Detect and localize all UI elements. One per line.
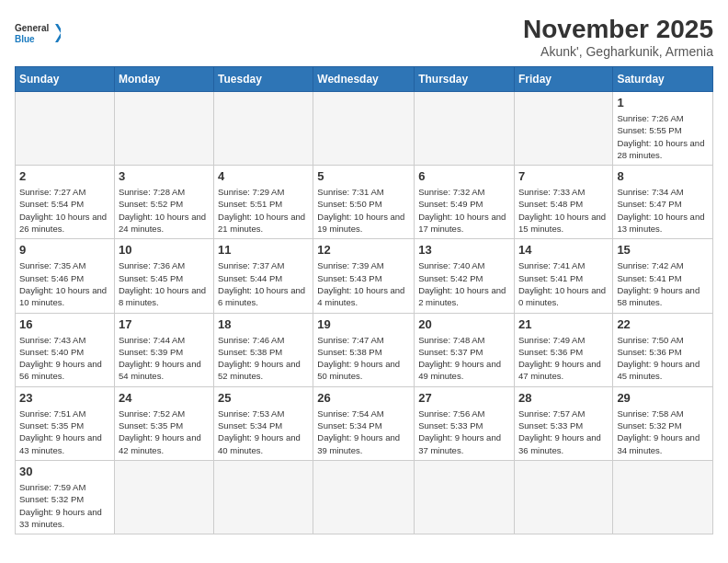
svg-text:Blue: Blue	[15, 34, 35, 44]
day-info: Sunrise: 7:26 AMSunset: 5:55 PMDaylight:…	[617, 112, 709, 161]
day-16: 16 Sunrise: 7:43 AMSunset: 5:40 PMDaylig…	[16, 313, 115, 386]
empty-cell	[415, 460, 515, 534]
day-5: 5 Sunrise: 7:31 AMSunset: 5:50 PMDayligh…	[313, 166, 415, 239]
empty-cell	[514, 92, 612, 166]
header-thursday: Thursday	[415, 67, 515, 92]
day-15: 15 Sunrise: 7:42 AMSunset: 5:41 PMDaylig…	[613, 239, 713, 313]
day-number: 1	[617, 96, 709, 109]
header-friday: Friday	[514, 67, 612, 92]
day-14: 14 Sunrise: 7:41 AMSunset: 5:41 PMDaylig…	[514, 239, 612, 313]
table-row: 1 Sunrise: 7:26 AMSunset: 5:55 PMDayligh…	[16, 92, 713, 166]
page-header: General Blue November 2025 Akunk', Gegha…	[15, 15, 713, 59]
day-7: 7 Sunrise: 7:33 AMSunset: 5:48 PMDayligh…	[514, 166, 612, 239]
day-10: 10 Sunrise: 7:36 AMSunset: 5:45 PMDaylig…	[114, 239, 213, 313]
day-12: 12 Sunrise: 7:39 AMSunset: 5:43 PMDaylig…	[313, 239, 415, 313]
header-saturday: Saturday	[613, 67, 713, 92]
table-row: 23 Sunrise: 7:51 AMSunset: 5:35 PMDaylig…	[16, 386, 713, 460]
svg-marker-2	[55, 24, 61, 42]
day-13: 13 Sunrise: 7:40 AMSunset: 5:42 PMDaylig…	[415, 239, 515, 313]
table-row: 2 Sunrise: 7:27 AMSunset: 5:54 PMDayligh…	[16, 166, 713, 239]
location-title: Akunk', Gegharkunik, Armenia	[523, 44, 713, 59]
day-26: 26 Sunrise: 7:54 AMSunset: 5:34 PMDaylig…	[313, 386, 415, 460]
day-27: 27 Sunrise: 7:56 AMSunset: 5:33 PMDaylig…	[415, 386, 515, 460]
header-tuesday: Tuesday	[214, 67, 313, 92]
day-6: 6 Sunrise: 7:32 AMSunset: 5:49 PMDayligh…	[415, 166, 515, 239]
table-row: 30 Sunrise: 7:59 AMSunset: 5:32 PMDaylig…	[16, 460, 713, 534]
calendar-table: Sunday Monday Tuesday Wednesday Thursday…	[15, 66, 713, 534]
empty-cell	[114, 460, 213, 534]
weekday-header-row: Sunday Monday Tuesday Wednesday Thursday…	[16, 67, 713, 92]
title-area: November 2025 Akunk', Gegharkunik, Armen…	[523, 15, 713, 59]
header-sunday: Sunday	[16, 67, 115, 92]
table-row: 9 Sunrise: 7:35 AMSunset: 5:46 PMDayligh…	[16, 239, 713, 313]
day-20: 20 Sunrise: 7:48 AMSunset: 5:37 PMDaylig…	[415, 313, 515, 386]
logo: General Blue	[15, 15, 61, 52]
day-21: 21 Sunrise: 7:49 AMSunset: 5:36 PMDaylig…	[514, 313, 612, 386]
day-25: 25 Sunrise: 7:53 AMSunset: 5:34 PMDaylig…	[214, 386, 313, 460]
day-9: 9 Sunrise: 7:35 AMSunset: 5:46 PMDayligh…	[16, 239, 115, 313]
day-4: 4 Sunrise: 7:29 AMSunset: 5:51 PMDayligh…	[214, 166, 313, 239]
generalblue-logo-icon: General Blue	[15, 15, 61, 52]
svg-text:General: General	[15, 23, 49, 33]
day-11: 11 Sunrise: 7:37 AMSunset: 5:44 PMDaylig…	[214, 239, 313, 313]
day-23: 23 Sunrise: 7:51 AMSunset: 5:35 PMDaylig…	[16, 386, 115, 460]
month-title: November 2025	[523, 15, 713, 44]
day-2: 2 Sunrise: 7:27 AMSunset: 5:54 PMDayligh…	[16, 166, 115, 239]
empty-cell	[16, 92, 115, 166]
empty-cell	[214, 92, 313, 166]
day-19: 19 Sunrise: 7:47 AMSunset: 5:38 PMDaylig…	[313, 313, 415, 386]
empty-cell	[415, 92, 515, 166]
day-30: 30 Sunrise: 7:59 AMSunset: 5:32 PMDaylig…	[16, 460, 115, 534]
day-1: 1 Sunrise: 7:26 AMSunset: 5:55 PMDayligh…	[613, 92, 713, 166]
table-row: 16 Sunrise: 7:43 AMSunset: 5:40 PMDaylig…	[16, 313, 713, 386]
day-24: 24 Sunrise: 7:52 AMSunset: 5:35 PMDaylig…	[114, 386, 213, 460]
day-29: 29 Sunrise: 7:58 AMSunset: 5:32 PMDaylig…	[613, 386, 713, 460]
empty-cell	[613, 460, 713, 534]
empty-cell	[114, 92, 213, 166]
empty-cell	[514, 460, 612, 534]
header-monday: Monday	[114, 67, 213, 92]
day-3: 3 Sunrise: 7:28 AMSunset: 5:52 PMDayligh…	[114, 166, 213, 239]
empty-cell	[313, 92, 415, 166]
day-18: 18 Sunrise: 7:46 AMSunset: 5:38 PMDaylig…	[214, 313, 313, 386]
day-22: 22 Sunrise: 7:50 AMSunset: 5:36 PMDaylig…	[613, 313, 713, 386]
day-17: 17 Sunrise: 7:44 AMSunset: 5:39 PMDaylig…	[114, 313, 213, 386]
day-8: 8 Sunrise: 7:34 AMSunset: 5:47 PMDayligh…	[613, 166, 713, 239]
day-28: 28 Sunrise: 7:57 AMSunset: 5:33 PMDaylig…	[514, 386, 612, 460]
empty-cell	[313, 460, 415, 534]
header-wednesday: Wednesday	[313, 67, 415, 92]
empty-cell	[214, 460, 313, 534]
